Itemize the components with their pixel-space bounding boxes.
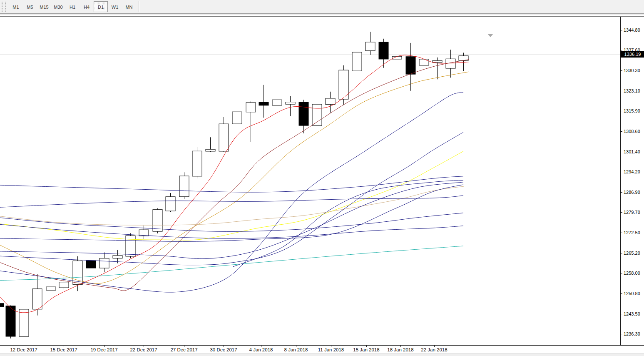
ma-navy-2 [0,196,463,207]
chart-area[interactable] [0,17,620,345]
date-tick-label: 11 Jan 2018 [318,347,344,352]
price-tick [621,50,622,50]
candle-bear [406,43,415,91]
candle-bull [153,208,162,233]
candle-bull [419,51,429,84]
ma-teal [0,246,463,281]
timeframe-button-m1[interactable]: M1 [9,1,23,12]
candle-bull [286,96,295,116]
timeframe-button-d1[interactable]: D1 [94,1,108,12]
candle-bull [312,80,322,135]
candle-bull [366,32,375,55]
date-tick-label: 4 Jan 2018 [249,347,273,352]
date-tick-label: 27 Dec 2017 [170,347,197,352]
price-tick-label: 1236.30 [624,331,640,336]
candle-bear [0,303,4,307]
toolbar-separator [139,1,139,12]
date-tick-label: 15 Dec 2017 [50,347,77,352]
date-tick [366,346,367,347]
date-tick [24,346,24,347]
ma-slow-goldenrod [0,72,469,283]
timeframe-button-m5[interactable]: M5 [23,1,37,12]
price-tick-label: 1308.60 [624,129,640,134]
candle-bull [206,137,215,152]
date-tick [261,346,261,347]
price-tick [621,212,622,213]
candle-bull [73,256,82,291]
candle-bull [179,172,189,199]
chart-shift-triangle-icon[interactable] [487,34,493,37]
price-tick [621,293,622,294]
date-tick [400,346,401,347]
timeframe-button-m15[interactable]: M15 [37,1,51,12]
price-tick-label: 1272.50 [624,230,640,235]
date-tick-label: 18 Jan 2018 [387,347,413,352]
candle-bear [259,85,269,118]
date-tick-label: 22 Dec 2017 [130,347,157,352]
price-tick [621,314,622,314]
date-tick [144,346,144,347]
timeframe-button-mn[interactable]: MN [122,1,136,12]
price-tick-label: 1315.90 [624,108,640,113]
current-price-badge: 1336.19 [621,51,644,58]
candle-bull [392,34,402,65]
drag-handle-icon[interactable] [2,2,6,12]
price-axis[interactable]: 1344.801337.601330.301323.101315.901308.… [620,17,644,345]
candles-layer [0,32,468,339]
price-tick-label: 1301.40 [624,149,640,154]
candle-bull [433,58,442,80]
ma-navy-5 [0,185,463,241]
date-tick-label: 30 Dec 2017 [210,347,237,352]
date-tick [224,346,224,347]
price-tick [621,111,622,111]
price-tick-label: 1286.90 [624,190,640,195]
candle-bull [192,147,202,178]
candle-bull [352,32,362,80]
candle-bull [166,193,175,212]
candle-bull [459,53,468,71]
candle-bull [326,92,335,113]
date-tick [104,346,104,347]
date-tick [434,346,435,347]
price-tick [621,70,622,71]
window-bottom-edge [0,353,644,356]
candle-bull [232,97,242,128]
date-axis[interactable]: 12 Dec 201715 Dec 201719 Dec 201722 Dec … [0,345,644,353]
price-tick-label: 1294.20 [624,169,640,174]
ma-lines-layer [0,55,469,313]
candlestick-chart-canvas[interactable] [0,17,620,345]
price-tick [621,172,622,172]
timeframe-toolbar: M1M5M15M30H1H4D1W1MN [0,0,644,14]
timeframe-button-m30[interactable]: M30 [51,1,65,12]
date-tick [184,346,184,347]
price-tick-label: 1258.00 [624,271,640,276]
timeframe-button-h1[interactable]: H1 [65,1,80,12]
price-tick [621,152,622,152]
price-tick-label: 1323.10 [624,88,640,93]
candle-bull [19,307,29,339]
ma-yellow [0,151,463,240]
candle-bull [99,253,109,273]
price-tick [621,30,622,30]
price-tick [621,131,622,132]
price-tick [621,334,622,334]
candle-bear [86,256,96,273]
price-tick-label: 1279.70 [624,210,640,215]
date-tick-label: 22 Jan 2018 [421,347,447,352]
candle-bull [59,277,69,290]
timeframe-button-w1[interactable]: W1 [108,1,122,12]
candle-bull [113,250,122,263]
date-tick-label: 8 Jan 2018 [284,347,308,352]
candle-bull [246,101,256,142]
toolbar-divider [0,14,644,17]
price-tick-label: 1265.20 [624,251,640,256]
date-tick [296,346,296,347]
candle-bull [339,65,348,105]
date-tick [64,346,64,347]
trading-terminal-window: M1M5M15M30H1H4D1W1MN 1344.801337.601330.… [0,0,644,356]
ma-navy-8 [0,93,463,292]
ma-fast-red [0,55,469,313]
date-tick-label: 19 Dec 2017 [90,347,117,352]
price-tick [621,192,622,193]
timeframe-button-h4[interactable]: H4 [80,1,94,12]
